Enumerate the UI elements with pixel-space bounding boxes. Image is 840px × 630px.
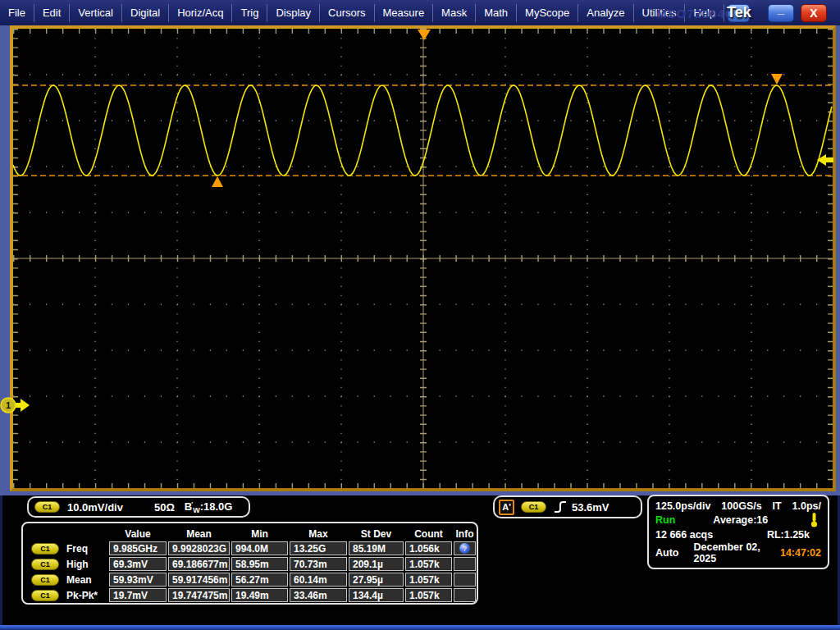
measurement-count-cell: 1.056k: [405, 541, 452, 555]
measurement-max-cell: 70.73m: [290, 557, 347, 571]
menu-item-analyze[interactable]: Analyze: [578, 4, 633, 22]
window-bottom-border: [0, 625, 840, 630]
measurement-min-cell: 56.27m: [231, 573, 288, 587]
minimize-button[interactable]: _: [768, 4, 794, 22]
col-header-min: Min: [231, 525, 289, 542]
menu-item-horiz-acq[interactable]: Horiz/Acq: [169, 4, 232, 22]
horizontal-scale-readout: 125.0ps/div: [655, 500, 710, 512]
measurement-row-label: C1 Mean: [25, 572, 108, 587]
min-annotation-marker: [212, 176, 223, 187]
measurement-max-cell: 33.46m: [290, 588, 347, 602]
trigger-level-readout: 53.6mV: [572, 501, 609, 514]
channel1-badge: C1: [31, 543, 59, 555]
col-header-max: Max: [289, 525, 348, 542]
measurement-count-cell: 1.057k: [405, 588, 452, 602]
trigger-indicator-icon: [810, 513, 818, 527]
measurement-info-cell: [454, 557, 476, 571]
average-readout: Average:16: [713, 514, 768, 526]
graticule[interactable]: 1: [13, 29, 833, 488]
menu-item-edit[interactable]: Edit: [34, 4, 70, 22]
measurement-max-cell: 13.25G: [290, 541, 347, 555]
measurement-row-label: C1 Freq: [25, 541, 108, 556]
measurement-stdev-cell: 209.1µ: [349, 557, 404, 571]
minimize-icon: _: [778, 2, 784, 16]
run-state-readout: Run: [655, 514, 675, 526]
measurement-count-cell: 1.057k: [405, 573, 452, 587]
readout-area: C1 10.0mV/div 50Ω B′W:18.0G A' C1 53.6mV…: [0, 495, 840, 625]
menu-item-myscope[interactable]: MyScope: [517, 4, 578, 22]
measurement-min-cell: 994.0M: [231, 541, 288, 555]
measurement-max-cell: 60.14m: [290, 573, 347, 587]
menu-bar: File Edit Vertical Digital Horiz/Acq Tri…: [0, 0, 840, 25]
rising-edge-icon: [553, 500, 568, 514]
measurement-row-label: C1 Pk-Pk*: [25, 587, 108, 603]
model-label: MSO72004C: [656, 7, 735, 21]
trigger-channel-badge: C1: [521, 501, 546, 513]
measurement-info-cell[interactable]: ?: [454, 541, 476, 555]
measurement-name: Mean: [66, 574, 92, 586]
vertical-scale-readout: 10.0mV/div: [67, 501, 123, 514]
menu-item-mask[interactable]: Mask: [433, 4, 476, 22]
trigger-mode-readout: Auto: [655, 547, 678, 559]
menu-item-digital[interactable]: Digital: [122, 4, 169, 22]
measurement-info-cell: [454, 573, 476, 587]
col-header-stdev: St Dev: [348, 525, 404, 542]
acquisition-panel[interactable]: 125.0ps/div 100GS/s IT 1.0ps/ Run Averag…: [647, 495, 829, 569]
trigger-readout[interactable]: A' C1 53.6mV: [493, 495, 642, 518]
record-length-readout: RL:1.25k: [767, 529, 810, 541]
trigger-source-badge: A': [499, 500, 514, 515]
measurement-value-cell: 59.93mV: [109, 573, 167, 587]
measurement-info-cell: [454, 588, 476, 602]
bandwidth-readout: B′W:18.0G: [185, 500, 233, 514]
measurement-stdev-cell: 85.19M: [349, 541, 404, 555]
channel1-reference-marker[interactable]: 1: [1, 398, 30, 413]
col-header-info: Info: [453, 525, 477, 542]
menu-item-cursors[interactable]: Cursors: [320, 4, 375, 22]
measurement-min-cell: 19.49m: [231, 588, 288, 602]
menu-item-display[interactable]: Display: [267, 4, 320, 22]
sampling-mode-readout: IT: [773, 500, 782, 512]
close-icon: X: [810, 7, 817, 20]
measurement-count-cell: 1.057k: [405, 557, 452, 571]
measurement-mean-cell: 9.9928023G: [168, 541, 230, 555]
measurement-mean-cell: 59.917456m: [168, 573, 230, 587]
menu-item-math[interactable]: Math: [476, 4, 517, 22]
measurement-stdev-cell: 134.4µ: [349, 588, 404, 602]
close-button[interactable]: X: [801, 4, 827, 22]
date-readout: December 02, 2025: [693, 541, 779, 564]
termination-readout: 50Ω: [154, 501, 175, 514]
resolution-readout: 1.0ps/: [792, 500, 821, 512]
max-annotation-marker: [771, 74, 783, 84]
measurement-name: Freq: [66, 543, 88, 555]
channel1-readout[interactable]: C1 10.0mV/div 50Ω B′W:18.0G: [27, 496, 250, 518]
measurement-min-cell: 58.95m: [231, 557, 288, 571]
channel1-badge: C1: [31, 574, 59, 586]
channel1-badge: C1: [31, 559, 59, 570]
graticule-frame: 1: [10, 25, 836, 491]
trigger-position-marker[interactable]: [418, 30, 431, 40]
col-header-value: Value: [108, 525, 167, 542]
col-header-mean: Mean: [167, 525, 231, 542]
measurement-value-cell: 19.7mV: [109, 588, 167, 602]
measurement-mean-cell: 69.186677m: [168, 557, 230, 571]
info-icon[interactable]: ?: [459, 543, 470, 554]
measurement-stdev-cell: 27.95µ: [349, 573, 404, 587]
measurement-table[interactable]: Value Mean Min Max St Dev Count Info C1 …: [21, 522, 478, 605]
time-readout: 14:47:02: [780, 547, 821, 559]
measurement-value-cell: 9.985GHz: [109, 541, 167, 555]
tek-logo: Tek: [727, 4, 751, 21]
header-spacer: [25, 525, 108, 542]
measurement-mean-cell: 19.747475m: [168, 588, 230, 602]
menu-item-measure[interactable]: Measure: [375, 4, 434, 22]
measurement-name: High: [66, 559, 89, 570]
measurement-name: Pk-Pk*: [66, 590, 98, 601]
menu-item-file[interactable]: File: [0, 4, 34, 22]
menu-item-trig[interactable]: Trig: [232, 4, 267, 22]
menu-items: File Edit Vertical Digital Horiz/Acq Tri…: [0, 0, 724, 25]
menu-item-vertical[interactable]: Vertical: [70, 4, 122, 22]
center-axes: [13, 29, 833, 488]
oscilloscope-app-window: File Edit Vertical Digital Horiz/Acq Tri…: [0, 0, 840, 630]
measurement-value-cell: 69.3mV: [109, 557, 167, 571]
channel1-badge: C1: [31, 590, 59, 601]
sample-rate-readout: 100GS/s: [721, 500, 761, 512]
